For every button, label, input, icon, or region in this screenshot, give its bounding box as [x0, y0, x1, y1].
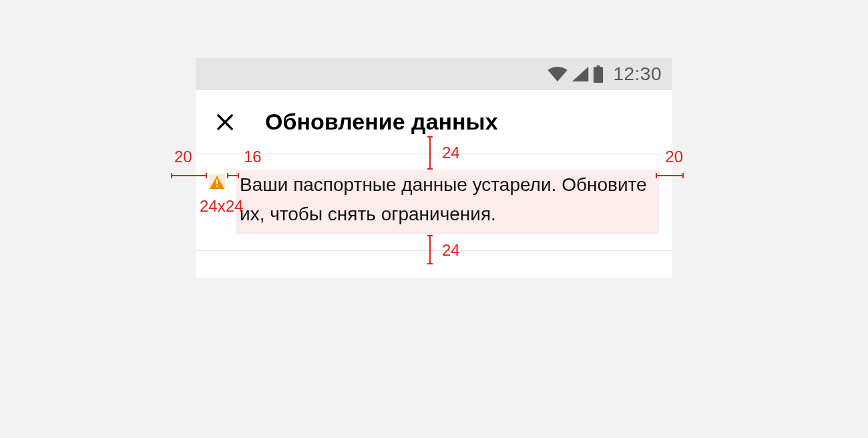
spec-icon-gap: 16	[226, 172, 240, 185]
status-bar: 12:30	[196, 58, 672, 90]
device-frame: 12:30 Обновление данных Ваши паспо	[196, 58, 672, 278]
close-button[interactable]	[212, 109, 238, 136]
page-title: Обновление данных	[265, 109, 498, 135]
status-clock: 12:30	[613, 63, 662, 85]
close-icon	[215, 112, 235, 132]
warning-icon	[209, 174, 225, 190]
spec-padding-left: 20	[170, 172, 208, 185]
svg-rect-1	[216, 186, 218, 187]
svg-rect-0	[216, 180, 218, 184]
spec-padding-right: 20	[655, 172, 684, 185]
spec-padding-bottom: 24	[426, 234, 439, 265]
notice-message: Ваши паспортные данные устарели. Обновит…	[240, 170, 655, 229]
spec-padding-top: 24	[426, 136, 439, 170]
notice-section: Ваши паспортные данные устарели. Обновит…	[196, 154, 672, 251]
battery-icon	[593, 65, 604, 83]
wifi-icon	[548, 67, 568, 81]
notice-message-box: Ваши паспортные данные устарели. Обновит…	[236, 170, 659, 234]
cellular-icon	[572, 67, 589, 81]
spec-icon-size: 24x24	[200, 197, 243, 216]
